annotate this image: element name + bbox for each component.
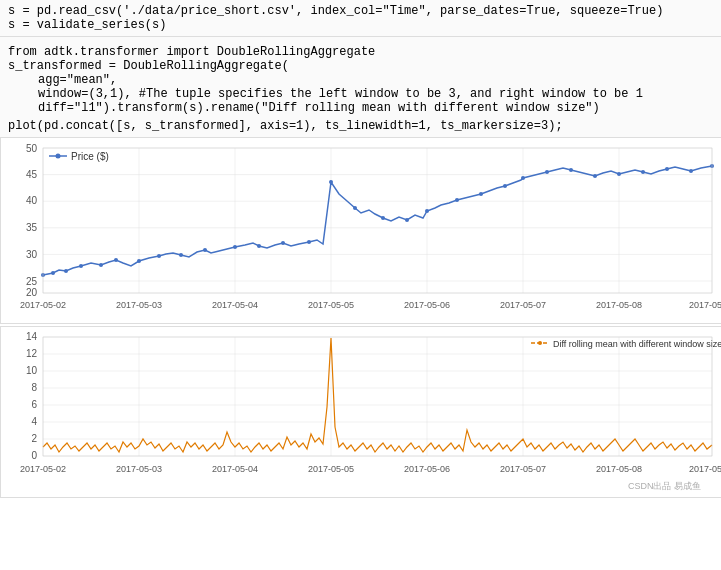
svg-text:2017-05-06: 2017-05-06 [404, 300, 450, 310]
svg-text:2017-05-05: 2017-05-05 [308, 300, 354, 310]
svg-text:10: 10 [26, 365, 38, 376]
svg-text:2017-05-08: 2017-05-08 [596, 464, 642, 474]
svg-text:50: 50 [26, 143, 38, 154]
svg-text:2017-05-04: 2017-05-04 [212, 464, 258, 474]
svg-text:2017-05-02: 2017-05-02 [20, 300, 66, 310]
svg-text:2017-05-02: 2017-05-02 [20, 464, 66, 474]
svg-text:30: 30 [26, 249, 38, 260]
code-line-4: s_transformed = DoubleRollingAggregate( [8, 59, 713, 73]
svg-text:CSDN出品 易成鱼: CSDN出品 易成鱼 [628, 481, 701, 491]
diff-chart: 0 2 4 6 8 10 12 14 Diff rolling mean wit… [1, 327, 721, 497]
svg-point-32 [137, 259, 141, 263]
svg-text:4: 4 [31, 416, 37, 427]
svg-point-28 [64, 269, 68, 273]
svg-point-42 [381, 216, 385, 220]
svg-point-53 [641, 170, 645, 174]
svg-point-38 [281, 241, 285, 245]
svg-point-44 [425, 209, 429, 213]
chart1-container: 50 45 40 35 30 25 20 Price ($) [0, 138, 721, 324]
svg-text:12: 12 [26, 348, 38, 359]
code-line-7: diff="l1").transform(s).rename("Diff rol… [8, 101, 713, 115]
svg-text:2017-05-03: 2017-05-03 [116, 300, 162, 310]
svg-point-33 [157, 254, 161, 258]
svg-point-48 [521, 176, 525, 180]
code-section-2: from adtk.transformer import DoubleRolli… [0, 37, 721, 138]
svg-text:Price ($): Price ($) [71, 151, 109, 162]
svg-text:2017-05-09: 2017-05-09 [689, 464, 721, 474]
code-line-5: agg="mean", [8, 73, 713, 87]
svg-text:45: 45 [26, 169, 38, 180]
svg-point-46 [479, 192, 483, 196]
keyword-from: from [8, 45, 37, 59]
svg-point-29 [79, 264, 83, 268]
svg-point-27 [51, 271, 55, 275]
svg-text:35: 35 [26, 222, 38, 233]
svg-text:40: 40 [26, 195, 38, 206]
svg-point-36 [233, 245, 237, 249]
svg-point-92 [538, 341, 542, 345]
svg-point-50 [569, 168, 573, 172]
svg-text:0: 0 [31, 450, 37, 461]
svg-point-39 [307, 240, 311, 244]
svg-text:14: 14 [26, 331, 38, 342]
svg-text:2017-05-04: 2017-05-04 [212, 300, 258, 310]
svg-text:2017-05-07: 2017-05-07 [500, 300, 546, 310]
svg-text:8: 8 [31, 382, 37, 393]
svg-point-47 [503, 184, 507, 188]
svg-text:2017-05-05: 2017-05-05 [308, 464, 354, 474]
svg-point-49 [545, 170, 549, 174]
svg-text:25: 25 [26, 276, 38, 287]
svg-point-41 [353, 206, 357, 210]
code-line-2: s = validate_series(s) [8, 18, 713, 32]
svg-text:Diff rolling mean with differe: Diff rolling mean with different window … [553, 339, 721, 349]
svg-text:2017-05-09: 2017-05-09 [689, 300, 721, 310]
chart2-container: 0 2 4 6 8 10 12 14 Diff rolling mean wit… [0, 326, 721, 498]
svg-point-34 [179, 253, 183, 257]
svg-point-30 [99, 263, 103, 267]
code-line-1: s = pd.read_csv('./data/price_short.csv'… [8, 4, 713, 18]
svg-text:6: 6 [31, 399, 37, 410]
svg-point-35 [203, 248, 207, 252]
svg-point-54 [665, 167, 669, 171]
svg-text:20: 20 [26, 287, 38, 298]
svg-point-51 [593, 174, 597, 178]
code-section-1: s = pd.read_csv('./data/price_short.csv'… [0, 0, 721, 37]
svg-point-40 [329, 180, 333, 184]
svg-point-55 [689, 169, 693, 173]
svg-text:2: 2 [31, 433, 37, 444]
svg-text:2017-05-03: 2017-05-03 [116, 464, 162, 474]
svg-point-31 [114, 258, 118, 262]
svg-text:2017-05-07: 2017-05-07 [500, 464, 546, 474]
svg-text:2017-05-08: 2017-05-08 [596, 300, 642, 310]
svg-text:2017-05-06: 2017-05-06 [404, 464, 450, 474]
svg-point-52 [617, 172, 621, 176]
code-line-8: plot(pd.concat([s, s_transformed], axis=… [8, 119, 713, 133]
svg-rect-0 [1, 138, 721, 323]
svg-point-43 [405, 218, 409, 222]
svg-point-24 [56, 154, 61, 159]
price-chart: 50 45 40 35 30 25 20 Price ($) [1, 138, 721, 323]
svg-point-37 [257, 244, 261, 248]
code-line-6: window=(3,1), #The tuple specifies the l… [8, 87, 713, 101]
code-line-3: from adtk.transformer import DoubleRolli… [8, 45, 713, 59]
svg-point-45 [455, 198, 459, 202]
